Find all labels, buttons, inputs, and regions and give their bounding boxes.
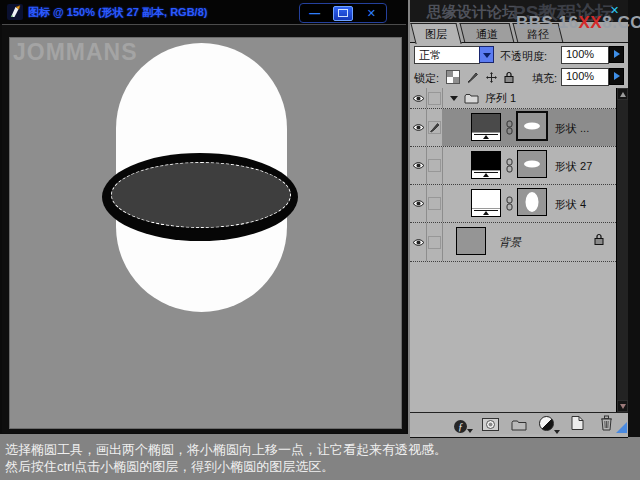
delete-layer-button[interactable] [600, 415, 613, 435]
blend-mode-dropdown-button[interactable] [479, 46, 494, 63]
opacity-input[interactable]: 100% [561, 46, 609, 64]
layer-group-row[interactable]: 序列 1 [410, 88, 616, 109]
chevron-right-icon [614, 72, 620, 80]
mask-icon [482, 418, 499, 431]
caption-line-1: 选择椭圆工具，画出两个椭圆，将小椭圆向上移一点，让它看起来有透视感。 [5, 441, 637, 458]
canvas[interactable]: JOMMANS [9, 37, 402, 429]
tab-channels[interactable]: 通道 [460, 23, 515, 43]
new-group-button[interactable] [511, 417, 527, 435]
link-cell[interactable] [427, 88, 443, 108]
thumbnail-slider [472, 132, 500, 140]
restore-button[interactable] [333, 6, 353, 21]
lock-all-icon[interactable] [504, 70, 514, 88]
lock-buttons [446, 70, 514, 88]
vector-mask-thumbnail[interactable] [517, 188, 547, 216]
link-icon [505, 196, 514, 211]
empty-box [428, 236, 441, 249]
document-window: 图标 @ 150% (形状 27 副本, RGB/8) — ✕ JOMMANS [0, 0, 408, 434]
layer-content[interactable]: 形状 4 [443, 185, 616, 222]
fill-slider-button[interactable] [609, 68, 624, 85]
group-name: 序列 1 [485, 91, 516, 106]
blend-mode-row: 正常 不透明度: 100% [410, 44, 628, 66]
add-mask-button[interactable] [482, 417, 499, 435]
document-icon [7, 4, 23, 20]
palette-titlebar[interactable] [410, 0, 628, 22]
layer-thumbnail[interactable] [471, 189, 501, 217]
tutorial-caption: 选择椭圆工具，画出两个椭圆，将小椭圆向上移一点，让它看起来有透视感。 然后按住c… [5, 441, 637, 475]
visibility-cell[interactable] [410, 223, 427, 261]
palette-close-icon[interactable]: ✕ [610, 4, 619, 17]
scroll-up-button[interactable] [617, 88, 628, 100]
triangle-down-icon [554, 430, 560, 434]
canvas-frame: JOMMANS [2, 24, 406, 433]
tab-layers[interactable]: 图层 [410, 23, 461, 44]
window-controls: — ✕ [299, 3, 387, 23]
chevron-down-icon [483, 53, 491, 58]
lock-label: 锁定: [414, 71, 439, 86]
layer-row-background[interactable]: 背景 [410, 223, 616, 262]
empty-box [428, 92, 441, 105]
lock-paint-icon[interactable] [466, 70, 479, 88]
visibility-cell[interactable] [410, 109, 427, 146]
thumbnail-slider [472, 208, 500, 216]
new-layer-icon [571, 415, 584, 431]
panel-icon-bar: ƒ [410, 412, 628, 434]
scroll-down-button[interactable] [617, 400, 628, 412]
layer-content[interactable]: 形状 27 [443, 147, 616, 184]
link-cell[interactable] [427, 223, 443, 261]
visibility-cell[interactable] [410, 147, 427, 184]
jommans-watermark: JOMMANS [13, 39, 138, 66]
visibility-cell[interactable] [410, 88, 427, 108]
link-cell[interactable] [427, 109, 443, 146]
layer-style-button[interactable]: ƒ [454, 416, 467, 434]
vector-mask-thumbnail[interactable] [517, 150, 547, 178]
palette-tabs: 图层 通道 路径 [410, 22, 628, 43]
eye-icon [412, 161, 425, 170]
visibility-cell[interactable] [410, 185, 427, 222]
layer-name: 形状 27 [555, 159, 592, 174]
fill-input[interactable]: 100% [561, 68, 609, 86]
minimize-button[interactable]: — [304, 6, 326, 20]
new-layer-button[interactable] [571, 415, 584, 435]
layer-content[interactable]: 背景 [443, 223, 616, 261]
thumbnail-slider [472, 170, 500, 178]
expand-triangle-icon[interactable] [450, 96, 458, 101]
edit-indicator-box [428, 121, 441, 134]
fill-label: 填充: [532, 71, 557, 86]
link-cell[interactable] [427, 147, 443, 184]
vector-mask-thumbnail[interactable] [516, 111, 548, 141]
ellipse-shape [524, 123, 540, 130]
dock-edge [628, 0, 640, 437]
tab-paths[interactable]: 路径 [513, 23, 564, 43]
trash-icon [600, 415, 613, 431]
opacity-slider-button[interactable] [609, 46, 624, 63]
fill-swatch [472, 190, 500, 209]
layer-name: 形状 ... [555, 121, 589, 136]
eye-icon [412, 199, 425, 208]
new-adjustment-layer-button[interactable] [539, 416, 554, 435]
layer-thumbnail[interactable] [456, 227, 486, 255]
layer-content[interactable]: 形状 ... [443, 109, 616, 146]
lock-position-icon[interactable] [485, 70, 498, 88]
link-cell[interactable] [427, 185, 443, 222]
layer-row-shape-copy[interactable]: 形状 ... [410, 109, 616, 147]
layer-thumbnail[interactable] [471, 113, 501, 141]
ellipse-shape [524, 161, 540, 168]
layer-row-shape-27[interactable]: 形状 27 [410, 147, 616, 185]
ellipse-shape [526, 192, 539, 212]
close-button[interactable]: ✕ [360, 6, 382, 20]
layer-name: 背景 [499, 235, 521, 250]
blend-mode-select[interactable]: 正常 [414, 46, 480, 64]
layer-thumbnail[interactable] [471, 151, 501, 179]
empty-box [428, 197, 441, 210]
layer-row-shape-4[interactable]: 形状 4 [410, 185, 616, 223]
lock-transparency-icon[interactable] [446, 70, 460, 84]
link-icon [505, 158, 514, 173]
fx-icon: ƒ [454, 420, 467, 433]
lock-row: 锁定: 填充: 100% [410, 66, 628, 88]
document-titlebar[interactable]: 图标 @ 150% (形状 27 副本, RGB/8) — ✕ [0, 0, 408, 24]
group-content[interactable]: 序列 1 [443, 88, 616, 108]
panel-resize-grip[interactable] [616, 422, 627, 433]
fill-swatch [472, 152, 500, 171]
layers-panel: 图层 通道 路径 正常 不透明度: 100% 锁定: 填充: 100% [410, 0, 628, 438]
